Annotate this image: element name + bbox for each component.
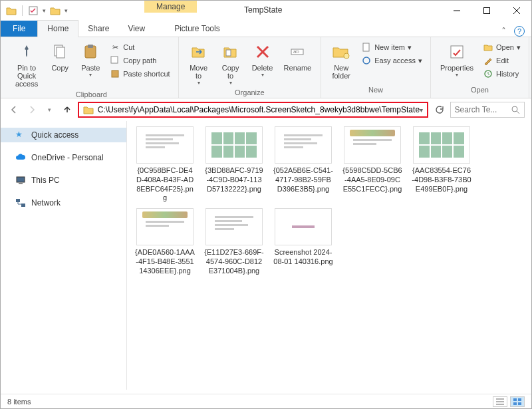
ribbon-tabs: File Home Share View Picture Tools ˄ ? — [1, 21, 531, 37]
new-folder-button[interactable]: New folder — [327, 40, 356, 81]
minimize-button[interactable] — [442, 1, 471, 21]
file-item[interactable]: {052A5B6E-C541-4717-98B2-59FBD396E3B5}.p… — [273, 126, 333, 203]
titlebar: ▾ ▾ Manage TempState — [1, 1, 531, 21]
new-folder-label: New folder — [332, 64, 350, 80]
chevron-down-icon: ▾ — [89, 72, 92, 78]
svg-point-33 — [512, 106, 517, 112]
rename-icon: ab — [287, 41, 308, 63]
svg-rect-37 — [16, 199, 20, 202]
history-button[interactable]: History — [480, 68, 523, 80]
details-view-button[interactable] — [493, 396, 507, 407]
collapse-ribbon-icon[interactable]: ˄ — [501, 26, 506, 37]
properties-button[interactable]: Properties▾ — [436, 40, 477, 79]
nav-network[interactable]: Network — [1, 196, 126, 210]
pin-icon — [16, 41, 37, 63]
body: ★ Quick access OneDrive - Personal This … — [1, 121, 531, 390]
file-thumbnail — [205, 208, 263, 245]
file-thumbnail — [205, 126, 263, 164]
file-item[interactable]: {0C958BFC-DE4D-408A-B43F-AD8EBFC64F25}.p… — [135, 126, 195, 203]
thumbnails-view-button[interactable] — [510, 396, 525, 407]
paste-label: Paste — [81, 64, 100, 72]
search-input[interactable] — [455, 105, 508, 114]
svg-rect-45 — [518, 402, 521, 405]
address-box[interactable]: C:\Users\fy\AppData\Local\Packages\Micro… — [78, 102, 428, 118]
move-to-button[interactable]: Move to▾ — [184, 40, 213, 87]
nav-onedrive[interactable]: OneDrive - Personal — [1, 150, 126, 165]
new-item-button[interactable]: New item ▾ — [358, 41, 425, 53]
open-group-label: Open — [471, 84, 489, 95]
picture-tools-tab[interactable]: Picture Tools — [166, 21, 227, 37]
cut-button[interactable]: ✂Cut — [107, 41, 172, 53]
svg-rect-44 — [513, 402, 517, 405]
back-button[interactable] — [7, 102, 21, 117]
properties-icon — [446, 41, 467, 63]
address-dropdown-icon[interactable]: ▾ — [420, 106, 423, 114]
pin-quick-access-button[interactable]: Pin to Quick access — [10, 40, 43, 89]
up-button[interactable] — [60, 102, 73, 117]
file-thumbnail — [136, 208, 194, 245]
easy-access-icon — [361, 55, 372, 66]
search-box[interactable] — [450, 102, 525, 118]
network-icon — [15, 198, 26, 208]
new-folder-qat-icon[interactable] — [49, 4, 62, 17]
paste-icon — [80, 41, 101, 63]
paste-shortcut-icon — [110, 68, 120, 79]
file-item[interactable]: {AAC83554-EC76-4D98-B3F8-73B0E499EB0F}.p… — [412, 126, 471, 203]
ribbon-group-open: Properties▾ Open ▾ Edit History Open — [431, 37, 529, 98]
svg-line-34 — [517, 111, 519, 114]
copy-button[interactable]: Copy — [46, 40, 74, 73]
svg-point-18 — [363, 57, 370, 64]
file-item[interactable]: {ADE0A560-1AAA-4F15-B48E-355114306EEE}.p… — [135, 208, 195, 275]
clipboard-group-label: Clipboard — [76, 89, 107, 100]
forward-button[interactable] — [25, 102, 38, 117]
address-path: C:\Users\fy\AppData\Local\Packages\Micro… — [98, 105, 420, 114]
file-name: {AAC83554-EC76-4D98-B3F8-73B0E499EB0F}.p… — [412, 166, 471, 194]
file-name: {3BD88AFC-9719-4C9D-B047-113D57132222}.p… — [204, 166, 264, 194]
file-thumbnail — [344, 126, 401, 164]
file-thumbnail — [275, 126, 332, 164]
rename-button[interactable]: ab Rename — [280, 40, 316, 73]
svg-rect-8 — [88, 45, 93, 48]
item-count: 8 items — [7, 398, 31, 406]
properties-icon[interactable] — [27, 4, 40, 17]
open-button[interactable]: Open ▾ — [480, 41, 523, 53]
nav-this-pc[interactable]: This PC — [1, 173, 126, 188]
open-icon — [483, 42, 493, 53]
file-name: {5598C5DD-5CB6-4AA5-8E09-09CE55C1FECC}.p… — [342, 166, 402, 194]
delete-icon — [252, 41, 273, 63]
refresh-button[interactable] — [432, 102, 446, 117]
svg-rect-35 — [17, 177, 25, 182]
delete-button[interactable]: Delete▾ — [248, 40, 277, 79]
qat-customize-icon[interactable]: ▾ — [65, 7, 68, 14]
paste-shortcut-button[interactable]: Paste shortcut — [107, 68, 172, 80]
easy-access-button[interactable]: Easy access ▾ — [358, 55, 425, 67]
qat-dropdown-icon[interactable]: ▾ — [43, 7, 46, 14]
maximize-button[interactable] — [471, 1, 501, 21]
close-button[interactable] — [501, 1, 531, 21]
recent-dropdown-icon[interactable]: ▾ — [43, 102, 56, 117]
copy-path-icon — [110, 55, 120, 66]
star-icon: ★ — [15, 130, 26, 140]
address-bar: ▾ C:\Users\fy\AppData\Local\Packages\Mic… — [1, 98, 531, 121]
edit-button[interactable]: Edit — [480, 55, 523, 67]
file-item[interactable]: {5598C5DD-5CB6-4AA5-8E09-09CE55C1FECC}.p… — [342, 126, 402, 203]
ribbon-group-clipboard: Pin to Quick access Copy Paste ▾ ✂Cut Co… — [5, 37, 179, 98]
separator — [22, 5, 23, 16]
window-buttons — [442, 1, 531, 21]
file-item[interactable]: Screenshot 2024-08-01 140316.png — [273, 208, 333, 275]
nav-quick-access[interactable]: ★ Quick access — [1, 128, 126, 142]
file-list[interactable]: {0C958BFC-DE4D-408A-B43F-AD8EBFC64F25}.p… — [127, 121, 531, 390]
svg-rect-10 — [112, 70, 118, 77]
paste-button[interactable]: Paste ▾ — [76, 40, 104, 79]
file-tab[interactable]: File — [1, 21, 37, 37]
copy-path-button[interactable]: Copy path — [107, 55, 172, 67]
home-tab[interactable]: Home — [37, 20, 78, 37]
share-tab[interactable]: Share — [78, 21, 118, 37]
help-icon[interactable]: ? — [514, 26, 525, 37]
view-tab[interactable]: View — [118, 21, 154, 37]
navigation-pane: ★ Quick access OneDrive - Personal This … — [1, 121, 127, 390]
file-item[interactable]: {E11D27E3-669F-4574-960C-D812E371004B}.p… — [204, 208, 264, 275]
ribbon-group-select: Select all Select none Invert selection … — [529, 37, 532, 98]
file-item[interactable]: {3BD88AFC-9719-4C9D-B047-113D57132222}.p… — [204, 126, 264, 203]
copy-to-button[interactable]: Copy to▾ — [216, 40, 245, 87]
